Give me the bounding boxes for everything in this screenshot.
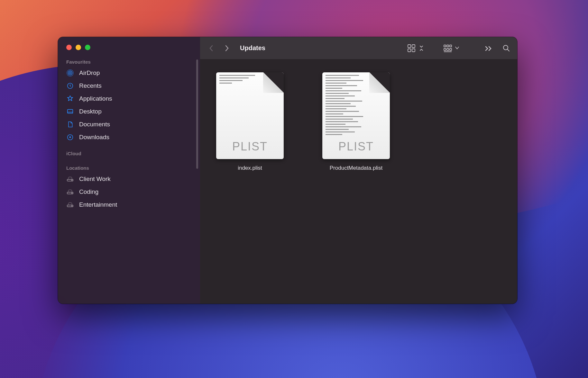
- svg-rect-13: [444, 45, 446, 47]
- svg-point-0: [69, 72, 71, 74]
- sidebar-item-label: Desktop: [79, 108, 102, 115]
- svg-point-8: [72, 206, 72, 206]
- minimize-button[interactable]: [76, 45, 81, 50]
- sidebar-item-recents[interactable]: Recents: [58, 79, 200, 92]
- svg-rect-12: [412, 49, 415, 52]
- file-extension-label: PLIST: [232, 140, 268, 159]
- maximize-button[interactable]: [85, 45, 90, 50]
- svg-rect-11: [408, 49, 411, 52]
- sidebar-item-coding[interactable]: Coding: [58, 185, 200, 198]
- file-name-label: index.plist: [238, 165, 262, 171]
- sidebar-item-label: Downloads: [79, 134, 109, 141]
- file-browser-content[interactable]: PLIST index.plist: [200, 59, 517, 304]
- drive-icon: [66, 201, 74, 209]
- sidebar-item-entertainment[interactable]: Entertainment: [58, 198, 200, 211]
- drive-icon: [66, 175, 74, 183]
- desktop-icon: [66, 108, 74, 115]
- file-preview-text: [326, 75, 367, 149]
- group-by-button[interactable]: [443, 43, 461, 53]
- svg-rect-9: [408, 45, 411, 48]
- clock-icon: [66, 82, 74, 90]
- svg-rect-17: [447, 49, 449, 50]
- sidebar-item-label: Coding: [79, 188, 98, 195]
- toolbar: Updates: [200, 37, 517, 59]
- document-icon: [66, 121, 74, 128]
- applications-icon: [66, 95, 74, 103]
- back-button[interactable]: [207, 44, 216, 52]
- drive-icon: [66, 188, 74, 196]
- svg-rect-16: [444, 49, 446, 50]
- file-icon: PLIST: [216, 72, 284, 159]
- sidebar-item-label: Recents: [79, 82, 102, 89]
- forward-button[interactable]: [223, 44, 231, 52]
- finder-window: Favourites AirDrop Recents Applications …: [58, 37, 517, 304]
- sidebar-item-downloads[interactable]: Downloads: [58, 131, 200, 144]
- sidebar-section-favourites: Favourites: [58, 57, 200, 67]
- sidebar-scrollbar[interactable]: [196, 59, 198, 169]
- close-button[interactable]: [66, 45, 72, 50]
- file-item[interactable]: PLIST ProductMetadata.plist: [322, 72, 390, 171]
- sidebar-item-airdrop[interactable]: AirDrop: [58, 67, 200, 79]
- svg-rect-14: [447, 45, 449, 47]
- sidebar-item-desktop[interactable]: Desktop: [58, 105, 200, 118]
- window-controls: [58, 45, 200, 57]
- sidebar-section-icloud: iCloud: [58, 148, 200, 158]
- search-button[interactable]: [502, 43, 510, 53]
- file-item[interactable]: PLIST index.plist: [216, 72, 284, 171]
- main-pane: Updates: [200, 37, 517, 304]
- svg-rect-18: [450, 49, 452, 50]
- file-preview-text: [219, 75, 261, 88]
- sidebar: Favourites AirDrop Recents Applications …: [58, 37, 200, 304]
- svg-rect-15: [450, 45, 452, 47]
- svg-point-7: [72, 193, 72, 194]
- sidebar-item-label: Documents: [79, 121, 110, 128]
- svg-point-1: [68, 71, 72, 75]
- folder-title: Updates: [240, 44, 265, 52]
- view-mode-button[interactable]: [407, 43, 423, 53]
- sidebar-item-label: Entertainment: [79, 201, 117, 208]
- airdrop-icon: [66, 69, 74, 77]
- sidebar-item-label: AirDrop: [79, 69, 100, 76]
- sidebar-item-applications[interactable]: Applications: [58, 92, 200, 105]
- svg-rect-10: [412, 45, 415, 48]
- svg-point-6: [72, 180, 72, 181]
- file-icon: PLIST: [322, 72, 390, 159]
- sidebar-item-documents[interactable]: Documents: [58, 118, 200, 131]
- sidebar-section-locations: Locations: [58, 163, 200, 173]
- download-icon: [66, 133, 74, 141]
- sidebar-item-client-work[interactable]: Client Work: [58, 173, 200, 185]
- svg-rect-4: [68, 110, 73, 113]
- more-button[interactable]: [484, 43, 492, 53]
- sidebar-item-label: Client Work: [79, 176, 111, 183]
- file-name-label: ProductMetadata.plist: [330, 165, 382, 171]
- sidebar-item-label: Applications: [79, 95, 112, 102]
